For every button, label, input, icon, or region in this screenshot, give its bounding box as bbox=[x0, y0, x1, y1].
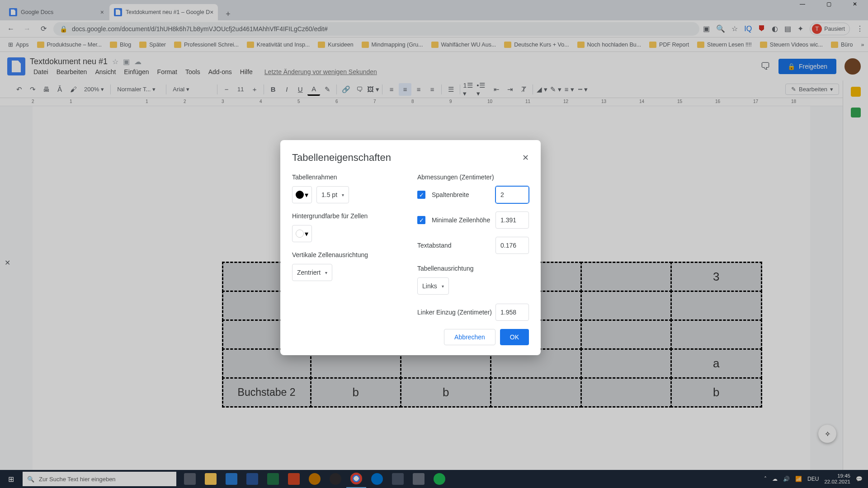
cancel-button[interactable]: Abbrechen bbox=[444, 329, 495, 345]
table-properties-dialog: Tabelleneigenschaften ✕ Tabellenrahmen ▾… bbox=[280, 140, 541, 355]
section-label: Tabellenausrichtung bbox=[417, 265, 529, 272]
field-label: Linker Einzug (Zentimeter) bbox=[417, 309, 492, 316]
minimize-button[interactable]: — bbox=[789, 0, 816, 8]
column-width-checkbox[interactable]: ✓ bbox=[417, 191, 425, 199]
cell-padding-input[interactable]: 0.176 bbox=[495, 237, 529, 254]
close-dialog-button[interactable]: ✕ bbox=[522, 153, 529, 163]
section-label: Vertikale Zellenausrichtung bbox=[292, 251, 404, 258]
field-label: Spaltenbreite bbox=[432, 191, 469, 198]
ok-button[interactable]: OK bbox=[500, 329, 529, 345]
field-label: Minimale Zeilenhöhe bbox=[432, 216, 490, 224]
cell-bgcolor-select[interactable]: ▾ bbox=[292, 225, 312, 242]
table-align-select[interactable]: Links bbox=[417, 277, 449, 295]
section-label: Hintergrundfarbe für Zellen bbox=[292, 212, 404, 220]
row-height-input[interactable]: 1.391 bbox=[495, 211, 529, 229]
border-color-select[interactable]: ▾ bbox=[292, 186, 312, 203]
section-label: Tabellenrahmen bbox=[292, 174, 404, 181]
window-controls: — ▢ ✕ bbox=[789, 0, 868, 8]
maximize-button[interactable]: ▢ bbox=[816, 0, 842, 8]
dialog-title: Tabelleneigenschaften bbox=[292, 152, 391, 164]
vertical-align-select[interactable]: Zentriert bbox=[292, 264, 332, 281]
section-label: Abmessungen (Zentimeter) bbox=[417, 174, 529, 181]
field-label: Textabstand bbox=[417, 242, 452, 249]
row-height-checkbox[interactable]: ✓ bbox=[417, 216, 425, 224]
border-width-select[interactable]: 1.5 pt bbox=[316, 186, 349, 203]
column-width-input[interactable]: 2 bbox=[495, 186, 529, 203]
left-indent-input[interactable]: 1.958 bbox=[495, 304, 529, 321]
close-window-button[interactable]: ✕ bbox=[842, 0, 868, 8]
